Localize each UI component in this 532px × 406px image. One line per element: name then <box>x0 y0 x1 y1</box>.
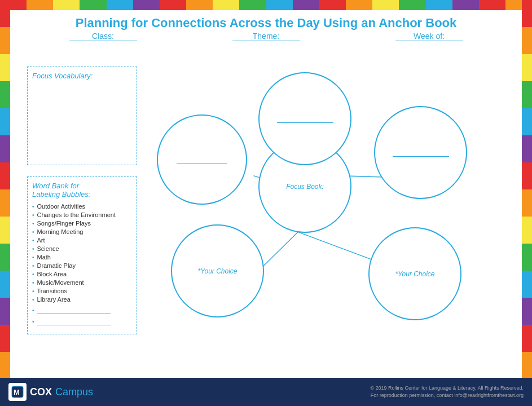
bubble-top <box>258 72 351 165</box>
bubble-left-label <box>177 156 227 164</box>
list-item: Library Area <box>32 295 132 303</box>
vocab-box: Focus Vocabulary: <box>27 67 137 165</box>
main-content: Planning for Connections Across the Day … <box>10 10 522 378</box>
rainbow-border-left <box>0 0 10 406</box>
svg-text:M: M <box>14 388 20 396</box>
campus-text: Campus <box>55 386 93 398</box>
week-label: Week of: <box>395 32 463 41</box>
class-label: Class: <box>69 32 137 41</box>
rainbow-border-right <box>522 0 532 406</box>
list-item: Block Area <box>32 270 132 278</box>
list-item <box>32 317 132 326</box>
list-item: Music/Movement <box>32 278 132 286</box>
word-bank-title: Word Bank for Labeling Bubbles: <box>32 182 132 198</box>
word-bank-list: Outdoor Activities Changes to the Enviro… <box>32 202 132 326</box>
bubbles-area: Focus Book: *Your Choice *Your Choic <box>140 61 511 361</box>
left-panel: Focus Vocabulary: Word Bank for Labeling… <box>27 67 137 334</box>
list-item: Songs/Finger Plays <box>32 219 132 227</box>
bubble-bottom-right: *Your Choice <box>368 227 461 320</box>
vocab-box-title: Focus Vocabulary: <box>32 72 132 80</box>
list-item <box>32 306 132 315</box>
page-title: Planning for Connections Across the Day … <box>21 16 511 30</box>
list-item: Dramatic Play <box>32 261 132 270</box>
page-header: Planning for Connections Across the Day … <box>21 16 511 41</box>
list-item: Outdoor Activities <box>32 202 132 210</box>
bubble-bottom-left-label: *Your Choice <box>197 267 237 275</box>
theme-label: Theme: <box>232 32 300 41</box>
word-bank-box: Word Bank for Labeling Bubbles: Outdoor … <box>27 176 137 334</box>
cox-logo-icon: M <box>8 383 27 401</box>
svg-line-3 <box>259 232 298 270</box>
bubble-bottom-right-label: *Your Choice <box>395 270 434 278</box>
footer-logo: M COX Campus <box>8 383 93 401</box>
bubble-left <box>157 114 247 205</box>
list-item: Science <box>32 244 132 253</box>
footer: M COX Campus © 2019 Rollins Center for L… <box>0 378 532 406</box>
rainbow-border-top <box>0 0 532 10</box>
logo-svg: M <box>11 386 24 398</box>
footer-copyright: © 2019 Rollins Center for Language & Lit… <box>370 385 524 399</box>
focus-book-label: Focus Book: <box>286 183 324 191</box>
bubble-bottom-left: *Your Choice <box>171 224 264 317</box>
list-item: Morning Meeting <box>32 227 132 236</box>
header-subtitle: Class: Theme: Week of: <box>21 32 511 41</box>
list-item: Math <box>32 253 132 261</box>
bubble-right-label <box>393 148 449 157</box>
list-item: Art <box>32 236 132 244</box>
cox-text: COX <box>30 386 52 398</box>
bubble-top-label <box>277 114 333 123</box>
bubble-right <box>374 106 467 199</box>
list-item: Transitions <box>32 286 132 295</box>
list-item: Changes to the Environment <box>32 210 132 219</box>
